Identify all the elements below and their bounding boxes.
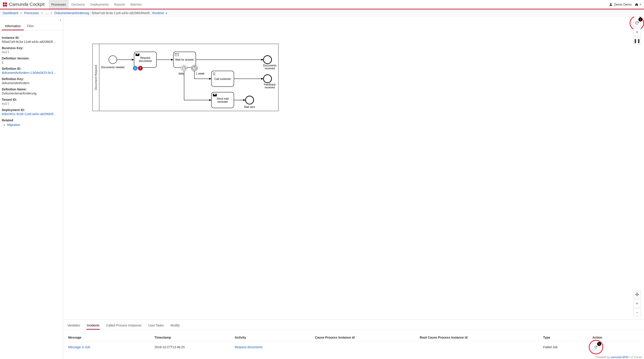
task-wait-label: Wait for answer [175,58,194,61]
label-related: Related [2,119,61,122]
suspend-button[interactable]: ❚❚ [633,37,641,45]
value-instance-id: fd3a47a9-9c3a-11e6-a43c-a820663f… [2,40,61,44]
token-count: 1 [134,67,136,70]
incident-activity[interactable]: Request documents [235,345,263,349]
brand-logo-icon [3,2,7,7]
value-business-key: null [2,50,61,54]
value-tenant-id: null [2,102,61,106]
svg-rect-2 [3,5,5,7]
pause-icon: ❚❚ [634,38,640,43]
link-migration[interactable]: Migration [7,123,20,127]
end-docs-label2: received [264,67,275,70]
nav-tab-reports[interactable]: Reports [112,0,128,9]
th-root-cause[interactable]: Root Cause Process Instance Id [418,334,542,341]
end-event-feedback[interactable] [264,75,272,83]
incident-row: Message is null. 2016-10-27T13:46:25 Req… [67,341,640,353]
caret-down-icon: ▼ [639,3,641,6]
breadcrumb-runtime-dropdown[interactable]: Runtime ▼ [152,11,168,15]
tab-incidents[interactable]: Incidents [86,322,100,330]
main-area: 1 ＋ ❚❚ ＋ － Document Request [63,17,644,359]
diagram-area[interactable]: 1 ＋ ❚❚ ＋ － Document Request [63,17,644,319]
brand-text: Camunda Cockpit [9,2,44,7]
home-icon [635,3,638,6]
value-deployment-id[interactable]: b0bc061c-9c39-11e6-a43c-a820663f… [2,112,56,116]
incident-message[interactable]: Message is null. [68,345,90,349]
incident-mark: ! [140,67,141,70]
breadcrumb-ellipsis: … [45,11,48,15]
th-cause[interactable]: Cause Process Instance Id [314,334,418,341]
breadcrumb-processes[interactable]: Processes [24,11,39,15]
add-button[interactable]: ＋ [633,28,641,36]
task-call-label: Call customer [214,77,231,81]
breadcrumb-process-def[interactable]: Dokumentenanforderung [54,11,89,15]
label-deployment-id: Deployment ID: [2,108,61,112]
label-def-version: Definition Version: [2,57,61,60]
nav-tab-deployments[interactable]: Deployments [88,0,112,9]
reset-view-button[interactable] [633,290,641,298]
incident-type: Failed Job [542,341,591,353]
app-switcher[interactable]: ▼ [635,3,641,6]
value-def-version: 1 [2,61,61,64]
task-request-label1: Request [140,56,150,60]
value-def-name: Dokumentenanforderung [2,92,61,95]
th-action[interactable]: Action [591,334,640,341]
th-timestamp[interactable]: Timestamp [153,334,234,341]
svg-rect-3 [5,5,7,7]
footer-product-link[interactable]: camunda BPM [610,356,628,359]
end-event-mail[interactable] [246,96,254,104]
incident-cause [314,341,418,353]
incident-root-cause [418,341,542,353]
retry-job-button[interactable]: 1 [592,343,600,351]
plus-icon: ＋ [635,301,639,306]
refresh-badge: 1 [638,18,642,22]
zoom-out-button[interactable]: － [633,308,641,316]
sidebar-collapse[interactable]: ‹ [0,17,63,23]
sidebar-tab-information[interactable]: Information [2,23,24,30]
bpmn-diagram[interactable]: Document Request Documents needed Reques… [92,44,278,111]
sidebar-tab-filter[interactable]: Filter [24,23,37,30]
move-icon [635,292,639,296]
label-def-key: Definition Key: [2,77,61,81]
breadcrumb: Dashboard » Processes » … » Dokumentenan… [0,10,644,17]
end-mail-label: Mail sent [244,106,255,109]
timer-daily-label: daily [178,72,184,75]
tab-modify[interactable]: Modify [170,322,180,330]
sidebar: ‹ Information Filter Instance ID: fd3a47… [0,17,63,359]
tab-user-tasks[interactable]: User Tasks [148,322,164,330]
task-request-label2: documents [139,60,152,63]
user-menu[interactable]: Demo Demo [609,3,632,6]
th-activity[interactable]: Activity [234,334,314,341]
task-reminder-label1: Send mail [216,97,228,100]
nav-tab-batches[interactable]: Batches [128,0,145,9]
top-navbar: Camunda Cockpit Processes Decisions Depl… [0,0,644,10]
value-def-key: dokumentAnfordern [2,81,61,85]
nav-tabs: Processes Decisions Deployments Reports … [49,0,144,9]
retry-badge: 1 [597,342,601,346]
label-instance-id: Instance ID: [2,36,61,40]
th-message[interactable]: Message [67,334,153,341]
nav-tab-processes[interactable]: Processes [49,0,68,9]
refresh-icon [594,345,598,349]
plus-icon: ＋ [635,29,639,35]
start-event[interactable] [109,56,117,64]
zoom-in-button[interactable]: ＋ [633,299,641,307]
refresh-button[interactable]: 1 [633,19,641,27]
tab-variables[interactable]: Variables [67,322,80,330]
breadcrumb-dashboard[interactable]: Dashboard [3,11,18,15]
svg-rect-0 [3,3,5,4]
th-type[interactable]: Type [542,334,591,341]
nav-tab-decisions[interactable]: Decisions [68,0,88,9]
bottom-panel: Variables Incidents Called Process Insta… [63,319,644,359]
end-event-documents[interactable] [264,56,272,64]
incident-timestamp: 2016-10-27T13:46:25 [153,341,234,353]
value-def-id[interactable]: dokumentAnfordern:1:b0de3423-9c3… [2,71,56,75]
svg-rect-1 [5,3,7,4]
end-docs-label1: Documents [263,64,277,67]
refresh-icon [635,21,639,25]
brand[interactable]: Camunda Cockpit [3,2,44,7]
start-event-label: Documents needed [101,66,124,69]
tab-called-instances[interactable]: Called Process Instances [106,322,142,330]
timer-week-label: 1 week [196,72,205,75]
user-name: Demo Demo [614,3,632,6]
user-icon [609,3,612,6]
